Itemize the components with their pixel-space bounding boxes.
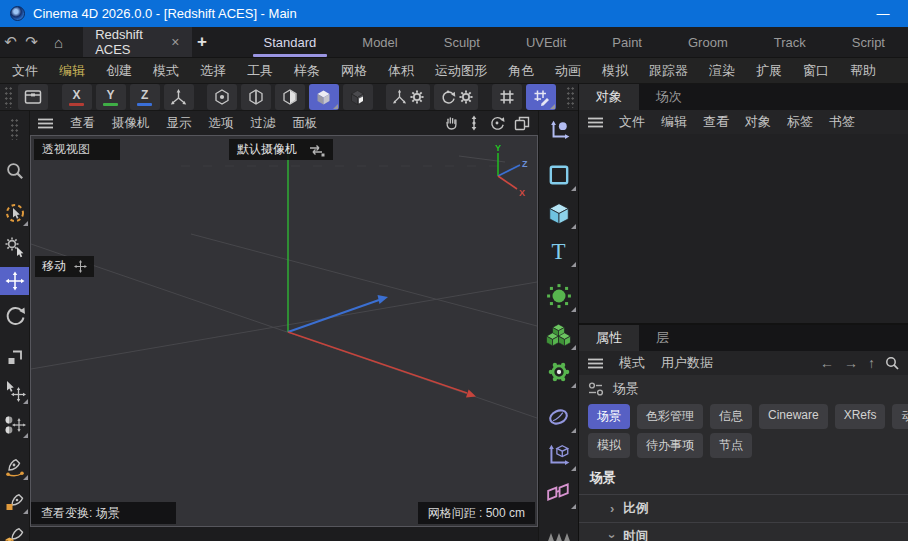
tweak-move-tool-button[interactable] [1,377,29,405]
grid-snap-button[interactable] [492,84,522,110]
axis-locator-button[interactable] [541,113,577,147]
category-cineware[interactable]: Cineware [759,404,828,429]
group-scale[interactable]: › 比例 [579,494,908,522]
tool-settings-button[interactable] [1,233,29,261]
category-nodes[interactable]: 节点 [710,433,752,458]
vp-menu-panel[interactable]: 面板 [293,115,318,132]
asset-box-button[interactable] [18,84,48,110]
toolbar-drag-handle[interactable] [4,86,12,108]
close-tab-icon[interactable]: × [171,34,179,50]
layout-tab-model[interactable]: Model [339,27,420,57]
orbit-rotate-icon[interactable] [489,115,505,131]
spline-rectangle-button[interactable] [541,158,577,192]
lock-z-axis-button[interactable]: Z [130,84,160,110]
menu-tracker[interactable]: 跟踪器 [649,62,688,80]
spline-sketch-tool-button[interactable] [1,487,29,515]
volume-builder-button[interactable] [541,317,577,351]
toolbar-right-drag-handle[interactable] [566,86,574,108]
menu-character[interactable]: 角色 [508,62,534,80]
live-selection-tool-button[interactable] [1,199,29,227]
palette-drag-handle[interactable] [10,118,19,140]
go-up-icon[interactable]: ↑ [868,355,875,371]
menu-volume[interactable]: 体积 [388,62,414,80]
find-tool-button[interactable] [1,157,29,185]
category-animation[interactable]: 动画 [892,404,908,429]
menu-mograph[interactable]: 运动图形 [435,62,487,80]
layout-tab-track[interactable]: Track [751,27,829,57]
am-menu-mode[interactable]: 模式 [619,354,645,372]
spline-volume-tool-button[interactable] [1,521,29,541]
category-todo[interactable]: 待办事项 [637,433,703,458]
mograph-cloner-button[interactable] [541,355,577,389]
layout-tab-uvedit[interactable]: UVEdit [503,27,589,57]
lock-y-axis-button[interactable]: Y [96,84,126,110]
vp-menu-view[interactable]: 查看 [70,115,95,132]
om-menu-objects[interactable]: 对象 [745,113,771,131]
move-tool-button[interactable] [0,267,30,295]
om-menu-view[interactable]: 查看 [703,113,729,131]
menu-extensions[interactable]: 扩展 [756,62,782,80]
cube-primitive-button[interactable] [541,196,577,230]
snap-rotation-settings-button[interactable] [434,84,478,110]
points-mode-button[interactable] [207,84,237,110]
vp-menu-cameras[interactable]: 摄像机 [112,115,150,132]
modeling-axis-settings-button[interactable] [386,84,430,110]
multi-move-tool-button[interactable] [1,411,29,439]
viewport-menu-icon[interactable] [38,118,53,129]
layout-tab-paint[interactable]: Paint [589,27,665,57]
minimize-button[interactable]: — [868,6,898,21]
tab-objects[interactable]: 对象 [579,84,639,110]
menu-file[interactable]: 文件 [12,62,38,80]
spline-pen-tool-button[interactable] [1,453,29,481]
home-icon[interactable]: ⌂ [48,27,69,57]
category-scene[interactable]: 场景 [588,404,630,429]
scene-nodes-button[interactable] [541,476,577,510]
undo-icon[interactable]: ↶ [0,27,21,57]
menu-animate[interactable]: 动画 [555,62,581,80]
coordinate-system-button[interactable] [164,84,194,110]
toggle-view-icon[interactable] [514,116,530,131]
category-xrefs[interactable]: XRefs [835,404,886,429]
menu-mesh[interactable]: 网格 [341,62,367,80]
group-time[interactable]: › 时间 [579,522,908,541]
om-menu-file[interactable]: 文件 [619,113,645,131]
vp-menu-display[interactable]: 显示 [167,115,192,132]
history-forward-icon[interactable]: → [844,355,858,371]
object-list-area[interactable] [579,134,908,323]
texture-mode-button[interactable] [343,84,373,110]
layout-tab-standard[interactable]: Standard [241,27,340,57]
document-tab[interactable]: Redshift ACES × [83,27,191,57]
tab-attributes[interactable]: 属性 [579,325,639,351]
layout-tab-sculpt[interactable]: Sculpt [421,27,503,57]
vp-menu-options[interactable]: 选项 [209,115,234,132]
layout-tab-script[interactable]: Script [829,27,908,57]
menu-create[interactable]: 创建 [106,62,132,80]
model-mode-button[interactable] [309,84,339,110]
pan-hand-icon[interactable] [443,115,459,131]
om-menu-bookmarks[interactable]: 书签 [829,113,855,131]
workplane-button[interactable] [526,84,556,110]
history-back-icon[interactable]: ← [820,355,834,371]
om-menu-tags[interactable]: 标签 [787,113,813,131]
dolly-zoom-icon[interactable] [468,115,480,131]
generator-sphere-button[interactable] [541,279,577,313]
scale-tool-button[interactable] [1,343,29,371]
menu-tools[interactable]: 工具 [247,62,273,80]
menu-edit[interactable]: 编辑 [59,62,85,80]
menu-mode[interactable]: 模式 [153,62,179,80]
am-menu-userdata[interactable]: 用户数据 [661,354,713,372]
edges-mode-button[interactable] [241,84,271,110]
deformer-button[interactable] [541,400,577,434]
menu-spline[interactable]: 样条 [294,62,320,80]
redo-icon[interactable]: ↷ [21,27,42,57]
text-spline-button[interactable]: T [541,234,577,268]
menu-simulate[interactable]: 模拟 [602,62,628,80]
category-color-management[interactable]: 色彩管理 [637,404,703,429]
menu-help[interactable]: 帮助 [850,62,876,80]
field-button[interactable] [541,438,577,472]
object-menu-icon[interactable] [588,117,603,128]
menu-select[interactable]: 选择 [200,62,226,80]
camera-swap-icon[interactable] [307,143,325,157]
menu-render[interactable]: 渲染 [709,62,735,80]
layout-tab-groom[interactable]: Groom [665,27,751,57]
